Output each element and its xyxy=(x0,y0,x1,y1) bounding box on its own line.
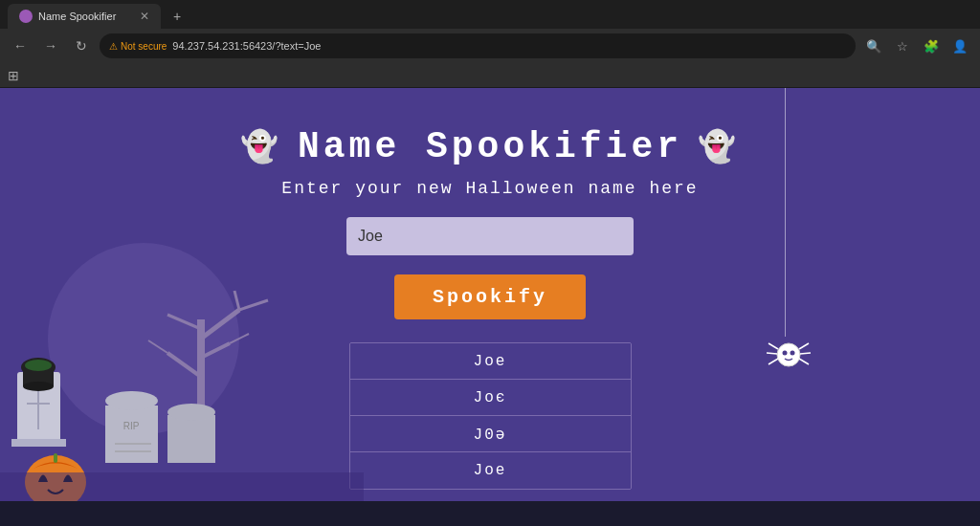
security-badge: ⚠ Not secure xyxy=(109,41,167,52)
svg-line-8 xyxy=(799,359,809,364)
svg-line-4 xyxy=(767,353,777,354)
svg-point-25 xyxy=(23,382,54,391)
svg-line-3 xyxy=(768,343,778,349)
svg-line-12 xyxy=(239,300,268,310)
reload-button[interactable]: ↻ xyxy=(69,33,94,58)
spider-web-line xyxy=(785,88,786,337)
tab-title: Name Spookifier xyxy=(38,11,134,22)
name-input[interactable] xyxy=(346,217,634,255)
apps-icon[interactable]: ⊞ xyxy=(8,68,19,83)
svg-rect-41 xyxy=(54,453,57,463)
result-row-2: Joє xyxy=(350,380,631,416)
results-table: Joe Joє J0ǝ Joe xyxy=(349,342,632,490)
svg-rect-33 xyxy=(167,404,215,421)
nav-bar: ← → ↻ ⚠ Not secure 94.237.54.231:56423/?… xyxy=(0,29,980,63)
svg-rect-28 xyxy=(105,391,158,410)
profile-button[interactable]: 👤 xyxy=(947,33,972,58)
spookify-button[interactable]: Spookify xyxy=(394,274,586,319)
nav-actions: 🔍 ☆ 🧩 👤 xyxy=(861,33,972,58)
result-row-1: Joe xyxy=(350,343,631,380)
warning-icon: ⚠ xyxy=(109,41,118,52)
svg-rect-20 xyxy=(11,439,66,447)
svg-point-2 xyxy=(791,351,795,356)
svg-text:RIP: RIP xyxy=(123,421,140,431)
tab-close-icon[interactable]: ✕ xyxy=(140,10,149,23)
svg-rect-27 xyxy=(105,405,158,463)
tab-bar: Name Spookifier ✕ + xyxy=(0,0,980,29)
bookmarks-bar: ⊞ xyxy=(0,63,980,88)
new-tab-button[interactable]: + xyxy=(165,4,189,29)
forward-button[interactable]: → xyxy=(38,33,63,58)
tab-favicon-icon xyxy=(19,10,33,23)
result-row-3: J0ǝ xyxy=(350,416,631,452)
ghost-left-icon: 👻 xyxy=(240,128,282,166)
svg-rect-58 xyxy=(0,472,364,501)
security-label: Not secure xyxy=(121,41,167,52)
address-bar[interactable]: ⚠ Not secure 94.237.54.231:56423/?text=J… xyxy=(100,33,856,58)
back-button[interactable]: ← xyxy=(8,33,33,58)
app-title-container: 👻 Name Spookifier 👻 xyxy=(240,126,740,167)
url-text: 94.237.54.231:56423/?text=Joe xyxy=(172,40,321,52)
svg-line-5 xyxy=(768,359,778,364)
bookmark-star-button[interactable]: ☆ xyxy=(890,33,915,58)
ghost-right-icon: 👻 xyxy=(698,128,740,166)
svg-rect-32 xyxy=(167,415,215,463)
zoom-button[interactable]: 🔍 xyxy=(861,33,886,58)
svg-point-26 xyxy=(25,360,52,371)
svg-line-6 xyxy=(799,343,809,349)
spider-icon xyxy=(766,332,812,370)
extensions-button[interactable]: 🧩 xyxy=(919,33,944,58)
result-row-4: Joe xyxy=(350,452,631,489)
browser-chrome: Name Spookifier ✕ + ← → ↻ ⚠ Not secure 9… xyxy=(0,0,980,88)
svg-line-7 xyxy=(800,353,811,354)
svg-line-13 xyxy=(234,291,239,310)
svg-point-0 xyxy=(777,343,800,366)
svg-point-1 xyxy=(783,351,788,356)
app-title: Name Spookifier xyxy=(298,126,682,167)
graveyard-scene: RIP xyxy=(0,186,364,501)
page-content: RIP xyxy=(0,88,980,501)
browser-tab[interactable]: Name Spookifier ✕ xyxy=(8,4,161,29)
